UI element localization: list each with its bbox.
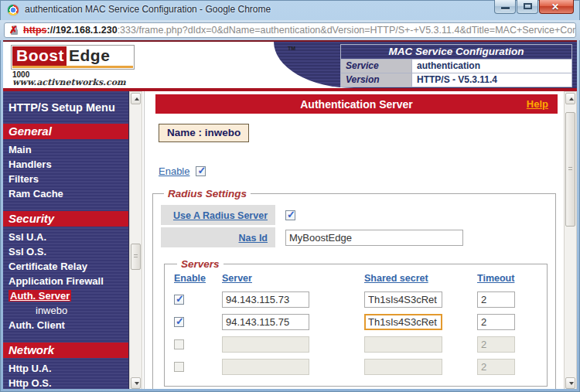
service-value: authentication [412,60,572,73]
enable-checkbox[interactable] [196,166,206,176]
server-address-input[interactable] [222,359,309,375]
version-label: Version [341,73,412,87]
page-banner: Authentication Server Help [155,94,558,114]
browser-toolbar: ✗ https://192.168.1.230:333/frame.php?dI… [0,20,580,40]
column-header-shared-secret[interactable]: Shared secret [364,273,477,284]
app-header: TM BoostEdge 1000 www.activnetworks.com … [3,42,577,88]
broken-https-icon[interactable]: ✗ [9,25,20,36]
timeout-input[interactable] [477,291,515,308]
sidebar-title: HTTP/S Setup Menu [3,91,128,114]
sidebar-scrollbar[interactable] [129,91,142,389]
server-address-input[interactable] [222,314,309,330]
shared-secret-input[interactable] [364,291,442,308]
radius-settings-legend: Radius Settings [164,188,251,199]
page-title: MAC Service Configuration [340,44,572,59]
scrollbar-thumb[interactable] [131,244,141,270]
sidebar-item-handlers[interactable]: Handlers [3,157,128,172]
timeout-input[interactable] [477,359,515,375]
scroll-up-icon [135,97,139,101]
address-bar[interactable]: ✗ https://192.168.1.230:333/frame.php?dI… [4,22,576,38]
chrome-icon [8,5,19,15]
banner-title: Authentication Server [300,98,412,111]
window-title: authentication MAC Service Configuration… [25,4,271,15]
title-bar[interactable]: authentication MAC Service Configuration… [0,0,580,20]
servers-legend: Servers [177,258,223,270]
scroll-up-button[interactable] [565,93,575,104]
close-icon: ✕ [551,2,559,12]
use-radius-checkbox[interactable] [285,210,295,220]
sidebar-item-certificate-relay[interactable]: Certificate Relay [3,259,128,274]
main-frame: Authentication Server Help Name : inwebo… [144,91,564,389]
scroll-down-button[interactable] [565,377,575,389]
logo-website: www.activnetworks.com [12,77,126,87]
service-info-panel: MAC Service Configuration Service authen… [340,44,572,87]
scroll-down-icon [135,382,139,385]
shared-secret-input-focused[interactable] [364,314,442,330]
browser-window: authentication MAC Service Configuration… [0,0,580,392]
radius-settings-fieldset: Radius Settings Use A Radius Server Nas … [152,188,556,389]
use-radius-link[interactable]: Use A Radius Server [173,210,268,221]
logo-edge-text: Edge [67,46,114,66]
scroll-down-button[interactable] [131,377,141,389]
sidebar-item-ram-cache[interactable]: Ram Cache [3,186,128,201]
maximize-icon [524,3,532,9]
scroll-up-button[interactable] [131,93,141,104]
use-radius-row: Use A Radius Server [161,205,548,225]
main-scrollbar[interactable] [564,91,577,389]
server-address-input[interactable] [222,336,309,353]
scroll-up-icon [569,97,574,101]
url-separator: :// [47,25,56,36]
nas-id-row: Nas Id [161,227,548,247]
sidebar-item-http-ua[interactable]: Http U.A. [3,361,128,376]
version-value: HTTP/S - V5.3.11.4 [412,73,572,87]
trademark-label: TM [288,46,295,51]
close-button[interactable]: ✕ [539,0,574,14]
minimize-icon [501,7,510,9]
sidebar-item-http-os[interactable]: Http O.S. [3,376,128,389]
url-path: :333/frame.php?dIdx=0&dName=authenticati… [118,25,576,36]
server-address-input[interactable] [222,291,309,308]
url-scheme: https [23,25,47,36]
server-enable-checkbox[interactable] [174,317,184,327]
timeout-input[interactable] [477,336,515,353]
sidebar-section-general: General [3,124,128,139]
server-enable-checkbox[interactable] [174,295,184,305]
server-enable-checkbox[interactable] [174,339,184,349]
service-label: Service [341,60,412,73]
page-frame: TM BoostEdge 1000 www.activnetworks.com … [3,40,577,389]
shared-secret-input[interactable] [364,336,442,353]
sidebar-item-filters[interactable]: Filters [3,172,128,186]
sidebar-section-network: Network [3,343,128,358]
column-header-timeout[interactable]: Timeout [477,273,531,284]
sidebar-item-ssl-ua[interactable]: Ssl U.A. [3,230,128,244]
version-row: Version HTTP/S - V5.3.11.4 [341,73,572,87]
nas-id-input[interactable] [285,230,463,246]
minimize-button[interactable] [494,0,516,14]
maximize-button[interactable] [517,0,538,14]
window-controls: ✕ [493,0,574,14]
server-enable-checkbox[interactable] [174,362,184,372]
logo-boost-text: Boost [12,46,67,66]
content-area: HTTP/S Setup Menu General Main Handlers … [3,91,577,389]
sidebar-item-auth-server[interactable]: Auth. Server [3,288,128,303]
shared-secret-input[interactable] [364,359,442,375]
scroll-down-icon [569,382,574,385]
sidebar-item-ssl-os[interactable]: Ssl O.S. [3,244,128,259]
scrollbar-thumb[interactable] [565,112,575,227]
column-header-server[interactable]: Server [222,273,364,284]
column-header-enable[interactable]: Enable [174,273,222,284]
enable-link[interactable]: Enable [159,165,189,177]
url-host: 192.168.1.230 [56,25,118,36]
boostedge-logo: BoostEdge [11,45,135,70]
sidebar-item-application-firewall[interactable]: Application Firewall [3,274,128,288]
help-link[interactable]: Help [527,94,548,114]
sidebar-section-security: Security [3,211,128,227]
sidebar-item-main[interactable]: Main [3,142,128,157]
sidebar-item-auth-client[interactable]: Auth. Client [3,318,128,332]
timeout-input[interactable] [477,314,515,330]
servers-table: Enable Server Shared secret Timeout [174,273,537,375]
service-row: Service authentication [341,60,572,73]
servers-fieldset: Servers Enable Server Shared secret Time… [164,258,548,387]
nas-id-link[interactable]: Nas Id [238,233,268,244]
sidebar-item-inwebo[interactable]: inwebo [3,303,128,318]
